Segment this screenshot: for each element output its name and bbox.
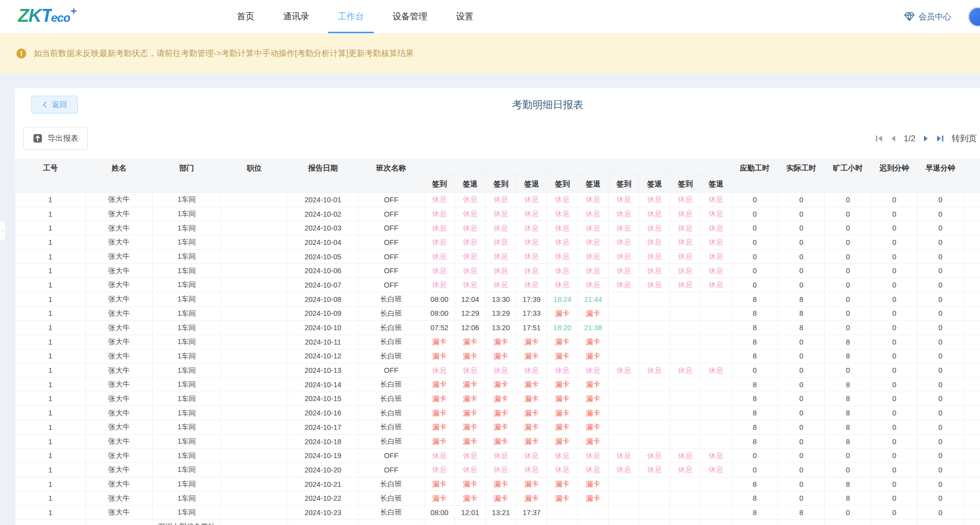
cell-filler bbox=[964, 335, 980, 349]
cell-required-hours: 8 bbox=[732, 292, 778, 306]
nav-item-settings[interactable]: 设置 bbox=[456, 0, 473, 33]
cell-early-minutes: 0 bbox=[918, 434, 964, 449]
cell-actual-hours: 0 bbox=[778, 491, 825, 506]
cell-name: 张大牛 bbox=[86, 292, 153, 306]
previous-page-button[interactable] bbox=[889, 134, 897, 143]
cell-check-in: 休息 bbox=[424, 278, 455, 292]
cell-late-minutes: 0 bbox=[871, 292, 918, 306]
cell-actual-hours: 0 bbox=[778, 392, 825, 406]
cell-early-minutes: 0 bbox=[918, 235, 964, 250]
cell-emp-id: 1 bbox=[15, 321, 86, 335]
cell-position bbox=[221, 363, 288, 378]
table-row: 1张大牛1车间2024-10-08长白班08:0012:0413:3017:39… bbox=[15, 292, 980, 306]
title-row: 返回 考勤明细日报表 bbox=[15, 88, 980, 124]
cell-check-in bbox=[609, 306, 639, 321]
cell-department: 1车间 bbox=[153, 321, 221, 335]
cell-position bbox=[221, 406, 288, 420]
table-toolbar: 导出报表 1/2 转到页 bbox=[15, 124, 980, 159]
pagination: 1/2 转到页 bbox=[875, 133, 977, 144]
column-header: 部门 bbox=[153, 159, 221, 193]
cell-position bbox=[221, 463, 288, 477]
cell-shift-name: OFF bbox=[358, 193, 424, 207]
cell-check-in: 08:00 bbox=[424, 292, 455, 306]
cell-report-date: 2024-10-07 bbox=[288, 278, 358, 292]
cell-name: 张大牛 bbox=[86, 207, 153, 221]
cell-check-out bbox=[639, 321, 670, 335]
nav-item-workbench[interactable]: 工作台 bbox=[338, 0, 364, 33]
cell-check-out: 休息 bbox=[701, 363, 732, 378]
cell-late-minutes: 0 bbox=[871, 264, 918, 278]
cell-late-minutes: 0 bbox=[871, 193, 918, 207]
cell-required-hours: 8 bbox=[732, 491, 778, 506]
cell-report-date: 2024-10-17 bbox=[288, 420, 358, 435]
cell-early-minutes: 0 bbox=[918, 406, 964, 420]
nav-item-device-management[interactable]: 设备管理 bbox=[393, 0, 427, 33]
cell-required-hours: 0 bbox=[732, 221, 778, 235]
cell-filler bbox=[964, 477, 980, 491]
cell-check-in: 休息 bbox=[486, 463, 517, 477]
last-page-button[interactable] bbox=[936, 134, 944, 143]
cell-check-in: 漏卡 bbox=[547, 477, 578, 491]
next-page-button[interactable] bbox=[922, 134, 930, 143]
cell-position bbox=[221, 520, 288, 525]
table-row: 1张大牛1车间2024-10-14长白班漏卡漏卡漏卡漏卡漏卡漏卡80800 bbox=[15, 377, 980, 392]
cell-required-hours: 8 bbox=[732, 420, 778, 435]
logo-text-zkt: ZKT bbox=[18, 5, 52, 26]
nav-item-contacts[interactable]: 通讯录 bbox=[283, 0, 309, 33]
zkteco-logo[interactable]: ZKTeco+ bbox=[18, 5, 76, 26]
table-row: 1张大牛1车间2024-10-16长白班漏卡漏卡漏卡漏卡漏卡漏卡80800 bbox=[15, 406, 980, 420]
cell-early-minutes: 0 bbox=[918, 306, 964, 321]
cell-check-in: 休息 bbox=[670, 249, 701, 264]
cell-late-minutes: 0 bbox=[871, 349, 918, 363]
column-header: 旷工小时 bbox=[825, 159, 871, 193]
cell-shift-name bbox=[358, 520, 424, 525]
cell-filler bbox=[964, 264, 980, 278]
cell-department: 1车间 bbox=[153, 377, 221, 392]
cell-check-out: 休息 bbox=[578, 278, 609, 292]
cell-late-minutes: 0 bbox=[871, 221, 918, 235]
cell-required-hours: 0 bbox=[732, 463, 778, 477]
cell-position bbox=[221, 278, 288, 292]
cell-check-in bbox=[609, 477, 639, 491]
cell-filler bbox=[964, 520, 980, 525]
cell-check-out: 休息 bbox=[455, 264, 486, 278]
goto-page-label[interactable]: 转到页 bbox=[952, 133, 977, 144]
cell-check-in: 休息 bbox=[670, 449, 701, 463]
member-center-link[interactable]: 会员中心 bbox=[904, 0, 951, 33]
cell-check-in: 漏卡 bbox=[547, 420, 578, 435]
cell-check-in: 漏卡 bbox=[547, 377, 578, 392]
cell-early-minutes: 0 bbox=[918, 377, 964, 392]
cell-check-in bbox=[609, 335, 639, 349]
cell-early-minutes: 0 bbox=[918, 264, 964, 278]
cell-absent-hours: 0 bbox=[825, 449, 871, 463]
cell-filler bbox=[964, 306, 980, 321]
cell-emp-id: 1 bbox=[15, 363, 86, 378]
cell-check-out: 休息 bbox=[639, 235, 670, 250]
nav-item-home[interactable]: 首页 bbox=[237, 0, 254, 33]
cell-early-minutes: 0 bbox=[918, 292, 964, 306]
cell-check-out bbox=[639, 491, 670, 506]
sidebar-collapse-handle[interactable]: ‹ bbox=[0, 221, 6, 240]
cell-position bbox=[221, 292, 288, 306]
cell-department: 1车间 bbox=[153, 392, 221, 406]
user-avatar[interactable] bbox=[968, 7, 980, 27]
first-page-button[interactable] bbox=[875, 134, 883, 143]
cell-check-in: 休息 bbox=[486, 221, 517, 235]
cell-actual-hours: 8 bbox=[778, 506, 825, 520]
cell-check-out: 休息 bbox=[701, 249, 732, 264]
cell-report-date: 2024-10-19 bbox=[288, 449, 358, 463]
cell-report-date: 2024-10-15 bbox=[288, 392, 358, 406]
cell-check-out bbox=[639, 406, 670, 420]
cell-check-out bbox=[701, 392, 732, 406]
cell-check-out bbox=[701, 506, 732, 520]
cell-check-out: 休息 bbox=[701, 264, 732, 278]
cell-department: 1车间 bbox=[153, 235, 221, 250]
cell-check-in bbox=[670, 392, 701, 406]
cell-check-out: 休息 bbox=[578, 449, 609, 463]
cell-position bbox=[221, 235, 288, 250]
cell-check-in: 08:00 bbox=[424, 506, 455, 520]
cell-check-out: 休息 bbox=[517, 207, 547, 221]
cell-check-in: 休息 bbox=[547, 221, 578, 235]
export-report-button[interactable]: 导出报表 bbox=[23, 127, 88, 150]
cell-filler bbox=[964, 420, 980, 435]
